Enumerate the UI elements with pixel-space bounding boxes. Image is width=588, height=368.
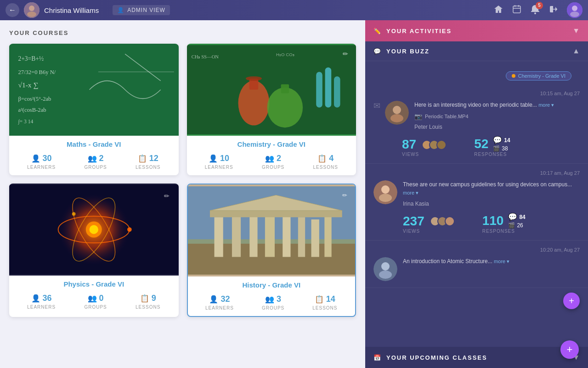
header-right: 5 bbox=[493, 2, 582, 18]
courses-grid: 2+3=B+½ 27/32=0 B6y N/ √1-x ∑ β=cos²(5°-… bbox=[9, 44, 356, 317]
post-1-attachment[interactable]: 📷 Periodic Table.MP4 bbox=[414, 113, 580, 120]
attach-icon: 📷 bbox=[414, 113, 422, 120]
course-card-history[interactable]: ✏ 👆 History - Grade VI 👤 32 LEARNERS bbox=[187, 184, 356, 317]
post-1-avatar bbox=[385, 101, 409, 125]
post-2-avatar bbox=[373, 180, 397, 204]
stat-learners-chemistry: 👤 10 LEARNERS bbox=[205, 154, 233, 170]
svg-rect-30 bbox=[325, 68, 331, 108]
svg-point-26 bbox=[246, 76, 262, 81]
post-1-more-link[interactable]: more ▾ bbox=[538, 101, 554, 109]
courses-section-title: YOUR COURSES bbox=[9, 29, 356, 36]
admin-view-label: ADMIN VIEW bbox=[127, 7, 165, 13]
stat-lessons-chemistry: 📋 4 LESSONS bbox=[313, 154, 338, 170]
post-3-time: 10:20 am, Aug 27 bbox=[373, 247, 580, 253]
buzz-section: 💬 YOUR BUZZ ▲ Chemistry - Grade VI 10:15… bbox=[365, 41, 588, 347]
svg-text:27/32=0 B6y N/: 27/32=0 B6y N/ bbox=[18, 69, 56, 75]
svg-text:∫= 3 14: ∫= 3 14 bbox=[17, 119, 33, 125]
post-2-text: These are our new campus guidelines for … bbox=[403, 180, 580, 197]
stat-lessons-history: 📋 14 LESSONS bbox=[312, 294, 337, 310]
svg-point-66 bbox=[379, 270, 392, 279]
post-2-more-link[interactable]: more ▾ bbox=[403, 189, 418, 197]
notifications-button[interactable]: 5 bbox=[530, 4, 540, 17]
post-2-author: Irina Kasia bbox=[403, 201, 580, 207]
course-image-maths: 2+3=B+½ 27/32=0 B6y N/ √1-x ∑ β=cos²(5°-… bbox=[9, 44, 179, 136]
avatar bbox=[24, 2, 40, 18]
header-left: ← Christina Williams 👤 ADMIN VIEW bbox=[6, 2, 170, 18]
add-buzz-button[interactable]: + bbox=[563, 293, 580, 309]
logout-button[interactable] bbox=[548, 4, 559, 17]
post-1-text: Here is an interesting video on the peri… bbox=[414, 101, 580, 109]
course-name-physics[interactable]: Physics - Grade VI bbox=[9, 276, 179, 291]
tag-dot bbox=[512, 74, 515, 78]
chemistry-grade-tag[interactable]: Chemistry - Grade VI bbox=[506, 71, 571, 80]
svg-point-63 bbox=[379, 194, 392, 202]
admin-view-button[interactable]: 👤 ADMIN VIEW bbox=[113, 5, 170, 15]
course-stats-physics: 👤 36 LEARNERS 👥 0 GROUPS bbox=[9, 291, 179, 315]
svg-point-41 bbox=[72, 212, 76, 216]
upcoming-title: 📅 YOUR UPCOMING CLASSES bbox=[373, 354, 487, 361]
post-2-responses: 110 💬 84 🎬 26 bbox=[482, 213, 526, 234]
post-3-avatar bbox=[373, 257, 397, 281]
buzz-collapse-button[interactable]: ▲ bbox=[572, 47, 580, 55]
activities-collapse-button[interactable]: ▼ bbox=[572, 27, 580, 35]
svg-rect-47 bbox=[232, 213, 240, 257]
svg-rect-50 bbox=[283, 213, 290, 257]
course-card-maths[interactable]: 2+3=B+½ 27/32=0 B6y N/ √1-x ∑ β=cos²(5°-… bbox=[9, 44, 179, 175]
post-3-more-link[interactable]: more ▾ bbox=[494, 258, 509, 265]
stat-groups-chemistry: 👥 2 GROUPS bbox=[262, 154, 284, 170]
calendar-button[interactable] bbox=[512, 4, 522, 17]
stat-lessons-maths: 📋 12 LESSONS bbox=[136, 154, 160, 170]
svg-rect-52 bbox=[311, 219, 319, 257]
mail-icon[interactable]: ✉ bbox=[373, 101, 380, 111]
svg-text:CH₃  SS—ON: CH₃ SS—ON bbox=[191, 54, 219, 59]
stat-lessons-physics: 📋 9 LESSONS bbox=[136, 293, 160, 310]
stat-learners-history: 👤 32 LEARNERS bbox=[205, 294, 234, 310]
back-button[interactable]: ← bbox=[6, 3, 19, 17]
stat-learners-maths: 👤 30 LEARNERS bbox=[27, 154, 56, 170]
home-button[interactable] bbox=[493, 4, 503, 17]
svg-point-60 bbox=[390, 114, 403, 122]
course-name-maths[interactable]: Maths - Grade VI bbox=[9, 136, 179, 151]
course-card-chemistry[interactable]: CH₃ SS—ON H₂O CO₃ ✏ bbox=[187, 44, 356, 175]
post-2-content: These are our new campus guidelines for … bbox=[403, 180, 580, 207]
svg-rect-51 bbox=[298, 217, 305, 257]
admin-icon: 👤 bbox=[117, 7, 124, 13]
buzz-header: 💬 YOUR BUZZ ▲ bbox=[365, 41, 588, 61]
svg-text:√1-x    ∑: √1-x ∑ bbox=[18, 81, 38, 89]
svg-rect-53 bbox=[324, 215, 331, 257]
course-image-chemistry: CH₃ SS—ON H₂O CO₃ ✏ bbox=[187, 44, 356, 136]
chemistry-tag-label: Chemistry - Grade VI bbox=[518, 73, 565, 79]
svg-point-27 bbox=[267, 87, 303, 127]
course-stats-chemistry: 👤 10 LEARNERS 👥 2 GROUPS bbox=[187, 151, 356, 175]
upcoming-icon: 📅 bbox=[373, 354, 382, 361]
buzz-icon: 💬 bbox=[373, 48, 382, 55]
svg-point-1 bbox=[29, 6, 34, 11]
svg-rect-54 bbox=[209, 211, 342, 217]
main-layout: YOUR COURSES 2+3=B+½ 27/32=0 B6y N/ √1-x… bbox=[0, 20, 588, 368]
svg-text:✏: ✏ bbox=[342, 192, 347, 199]
course-name-history[interactable]: History - Grade VI bbox=[188, 276, 356, 292]
svg-text:✏: ✏ bbox=[164, 193, 170, 200]
course-stats-history: 👤 32 LEARNERS 👥 3 GROUPS bbox=[188, 292, 356, 316]
svg-rect-29 bbox=[316, 72, 322, 108]
svg-text:β=cos²(5°-2ab: β=cos²(5°-2ab bbox=[18, 96, 51, 102]
buzz-post-2: 10:17 am, Aug 27 These are our new campu… bbox=[365, 164, 588, 241]
buzz-title: 💬 YOUR BUZZ bbox=[373, 48, 430, 55]
stat-groups-physics: 👥 0 GROUPS bbox=[84, 293, 107, 310]
svg-point-65 bbox=[381, 262, 390, 270]
course-card-physics[interactable]: ✏ Physics - Grade VI 👤 36 LEARNERS � bbox=[9, 184, 179, 317]
svg-point-10 bbox=[572, 6, 577, 11]
user-name: Christina Williams bbox=[44, 6, 99, 14]
svg-point-39 bbox=[90, 225, 98, 234]
post-3-content: An introduction to Atomic Structure... m… bbox=[403, 257, 580, 265]
course-image-history: ✏ 👆 bbox=[188, 184, 356, 276]
svg-text:a²(cosB-2ab: a²(cosB-2ab bbox=[18, 107, 46, 113]
course-name-chemistry[interactable]: Chemistry - Grade VI bbox=[187, 136, 356, 151]
post-2-views: 237 VIEWS bbox=[403, 214, 455, 234]
post-1-views: 87 VIEWS bbox=[402, 137, 447, 157]
svg-point-2 bbox=[27, 12, 36, 17]
profile-avatar[interactable] bbox=[567, 2, 582, 18]
left-panel: YOUR COURSES 2+3=B+½ 27/32=0 B6y N/ √1-x… bbox=[0, 20, 365, 368]
svg-rect-46 bbox=[214, 217, 223, 257]
post-1-attachment-name: Periodic Table.MP4 bbox=[425, 114, 469, 119]
